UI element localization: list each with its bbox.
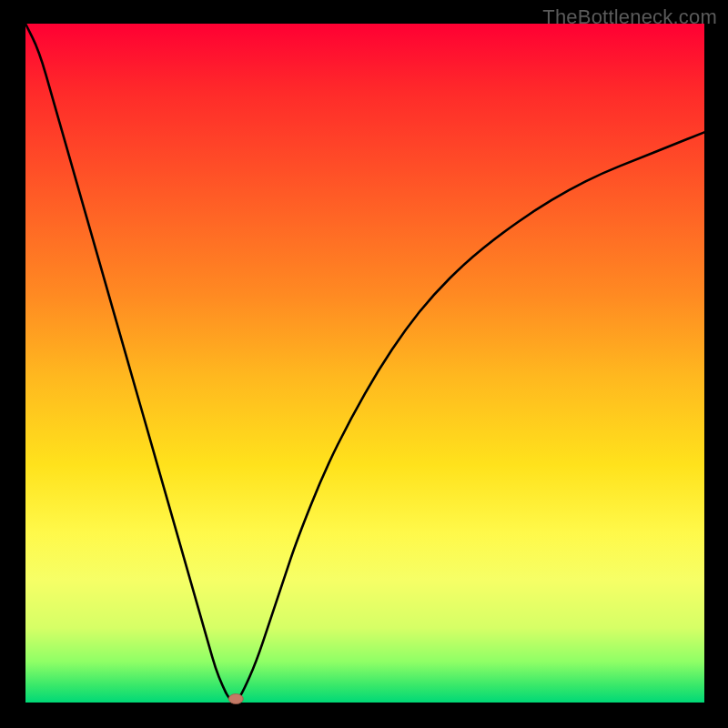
chart-frame: TheBottleneck.com xyxy=(0,0,728,728)
bottleneck-curve xyxy=(25,24,704,702)
curve-minimum-marker-icon xyxy=(228,694,243,704)
chart-svg-layer xyxy=(25,24,704,703)
chart-plot-area xyxy=(25,24,704,703)
